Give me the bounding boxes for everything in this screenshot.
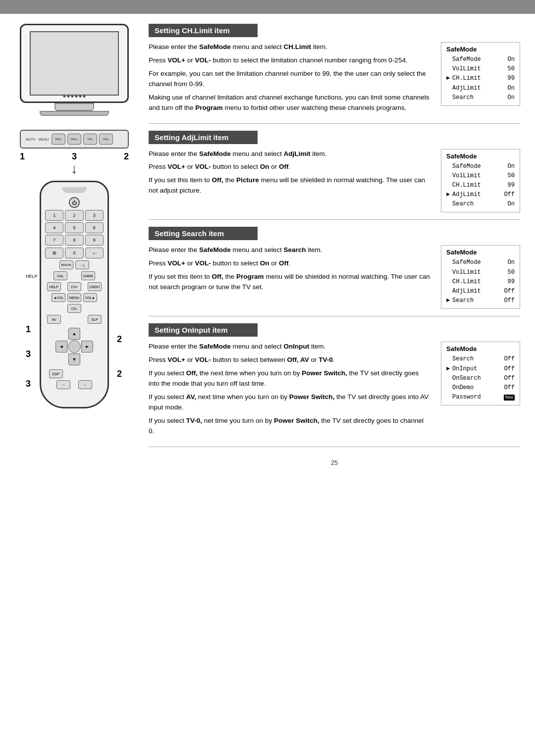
remote-power-button[interactable]: ⏻ — [69, 197, 80, 208]
section-search-header: Setting Search item — [149, 227, 258, 240]
right-column: Setting CH.Limit item Please enter the S… — [149, 24, 520, 466]
section-adj-limit: Setting AdjLimit item Please enter the S… — [149, 131, 520, 220]
remote-dpad: ▲ ▼ ◄ ► — [55, 328, 93, 365]
on-input-p2: Press VOL+ or VOL- button to select betw… — [149, 355, 431, 365]
remote-vol-menu-row: ◄VOL MENU VOL► — [45, 293, 104, 302]
tv-btn-ch-plus[interactable]: CH+ — [99, 134, 113, 145]
dpad-center[interactable] — [68, 340, 81, 353]
remote-label-2b: 2 — [117, 369, 122, 379]
remote-label-1: 1 — [26, 324, 31, 335]
on-input-p4: If you select AV, next time when you tur… — [149, 392, 431, 413]
remote-av-slp-row: AV SLP — [45, 315, 104, 324]
menu-row-chlimit-3: CH.Limit99 — [446, 277, 515, 287]
remote-btn-nav-right[interactable]: → — [56, 380, 70, 389]
tv-stand — [54, 103, 94, 111]
remote-btn-special[interactable]: ⊞ — [45, 248, 63, 258]
remote-btn-vol-right[interactable]: VOL► — [83, 293, 97, 302]
down-arrow: ↓ — [71, 162, 78, 176]
tv-panel-label-menu: MENU — [39, 138, 49, 141]
remote-btn-game[interactable]: GAME — [81, 271, 95, 280]
menu-row-adjlimit-3: AdjLimitOff — [446, 287, 515, 296]
on-input-p3: If you select Off, the next time when yo… — [149, 368, 431, 389]
section-search: Setting Search item Please enter the Saf… — [149, 227, 520, 316]
remote-break-row: BREAK →| — [45, 260, 104, 269]
page-number: 25 — [149, 459, 520, 466]
left-column: AV/TV MENU VOL- VOL+ CH- CH+ 1 3 2 ↓ ⏻ 1… — [10, 24, 139, 466]
remote-btn-1[interactable]: 1 — [45, 210, 63, 221]
remote-btn-cal[interactable]: CAL — [54, 271, 67, 280]
dpad-up[interactable]: ▲ — [68, 328, 80, 340]
remote-btn-5[interactable]: 5 — [65, 222, 83, 233]
menu-row-adjlimit-2: ►AdjLimitOff — [446, 190, 515, 200]
search-p3: If you set this item to Off, the Program… — [149, 272, 431, 293]
remote-btn-ch-up-top[interactable]: CH+ — [67, 282, 81, 291]
menu-box-on-input-title: SafeMode — [446, 345, 515, 353]
menu-row-search-1: SearchOn — [446, 93, 515, 102]
dpad-left[interactable]: ◄ — [55, 341, 67, 353]
remote-help-label: HELP — [26, 274, 38, 279]
remote-top-indent — [62, 187, 87, 193]
tv-label-3: 3 — [72, 151, 77, 162]
tv-base — [40, 111, 109, 116]
tv-speaker — [63, 95, 86, 98]
remote-btn-ch-down-mid[interactable]: CH- — [67, 304, 81, 313]
remote-btn-8[interactable]: 8 — [65, 235, 83, 246]
remote-btn-7[interactable]: 7 — [45, 235, 63, 246]
remote-btn-9[interactable]: 9 — [85, 235, 104, 246]
menu-row-search-4: SearchOff — [446, 354, 515, 364]
tv-body — [20, 24, 129, 103]
menu-row-ondemo-4: OnDemoOff — [446, 383, 515, 393]
section-adj-limit-text: Please enter the SafeMode menu and selec… — [149, 149, 431, 200]
tv-btn-vol-plus[interactable]: VOL+ — [67, 134, 81, 145]
remote-btn-4[interactable]: 4 — [45, 222, 63, 233]
menu-row-onsearch-4: OnSearchOff — [446, 374, 515, 383]
tv-panel: AV/TV MENU VOL- VOL+ CH- CH+ — [20, 130, 129, 149]
menu-box-search: SafeMode SafeModeOn VolLimit50 CH.Limit9… — [441, 245, 520, 309]
adj-limit-p2: Press VOL+ or VOL- button to select On o… — [149, 162, 431, 172]
ch-limit-p2: Press VOL+ or VOL- button to select the … — [149, 55, 431, 66]
remote-btn-help[interactable]: HELP — [47, 282, 61, 291]
menu-row-search-2: SearchOn — [446, 200, 515, 209]
remote-btn-undo[interactable]: UNDO — [88, 282, 102, 291]
section-on-input-header: Setting OnInput item — [149, 323, 258, 337]
remote-special-row: ⊞ 0 -/-- — [45, 248, 104, 258]
remote-btn-arrow-right[interactable]: →| — [75, 260, 89, 269]
section-ch-limit: Setting CH.Limit item Please enter the S… — [149, 24, 520, 124]
menu-row-search-3: ►SearchOff — [446, 296, 515, 305]
remote-btn-dash[interactable]: -/-- — [85, 248, 104, 258]
section-on-input: Setting OnInput item Please enter the Sa… — [149, 323, 520, 447]
remote-btn-nav-left[interactable]: ← — [78, 380, 92, 389]
adj-limit-p3: If you set this item to Off, the Picture… — [149, 175, 431, 196]
remote-btn-6[interactable]: 6 — [85, 222, 104, 233]
tv-number-labels: 1 3 2 — [20, 151, 129, 162]
remote-btn-0[interactable]: 0 — [65, 248, 83, 258]
dpad-right[interactable]: ► — [81, 341, 93, 353]
remote-label-2a: 2 — [117, 334, 122, 345]
ch-limit-p1: Please enter the SafeMode menu and selec… — [149, 42, 431, 52]
remote-btn-menu-center[interactable]: MENU — [67, 293, 81, 302]
remote-btn-dsp[interactable]: DSP — [49, 369, 63, 378]
remote-cal-game-row: CAL GAME — [45, 271, 104, 280]
remote-btn-2[interactable]: 2 — [65, 210, 83, 221]
menu-box-ch-limit-title: SafeMode — [446, 46, 515, 53]
tv-label-2: 2 — [124, 151, 129, 162]
top-bar — [0, 0, 535, 14]
menu-box-ch-limit: SafeMode SafeModeOn VolLimit50 ►CH.Limit… — [441, 42, 520, 106]
remote-control: ⏻ 1 2 3 4 5 6 7 8 9 ⊞ 0 -/-- — [40, 181, 109, 408]
dpad-down[interactable]: ▼ — [68, 353, 80, 365]
section-search-text: Please enter the SafeMode menu and selec… — [149, 245, 431, 296]
tv-btn-vol-minus[interactable]: VOL- — [52, 134, 65, 145]
menu-row-vollimit-2: VolLimit50 — [446, 171, 515, 181]
remote-btn-3[interactable]: 3 — [85, 210, 104, 221]
menu-box-adj-limit-title: SafeMode — [446, 152, 515, 160]
tv-btn-ch-minus[interactable]: CH- — [83, 134, 97, 145]
menu-row-vollimit-3: VolLimit50 — [446, 268, 515, 277]
section-search-body: Please enter the SafeMode menu and selec… — [149, 245, 520, 309]
tv-screen — [30, 31, 119, 96]
remote-btn-vol-left[interactable]: ◄VOL — [52, 293, 65, 302]
ch-limit-p4: Making use of channel limitation and cha… — [149, 93, 431, 113]
remote-btn-av[interactable]: AV — [47, 315, 61, 324]
remote-btn-break[interactable]: BREAK — [59, 260, 73, 269]
remote-btn-slp[interactable]: SLP — [88, 315, 102, 324]
remote-ch-down-row: CH- — [45, 304, 104, 313]
